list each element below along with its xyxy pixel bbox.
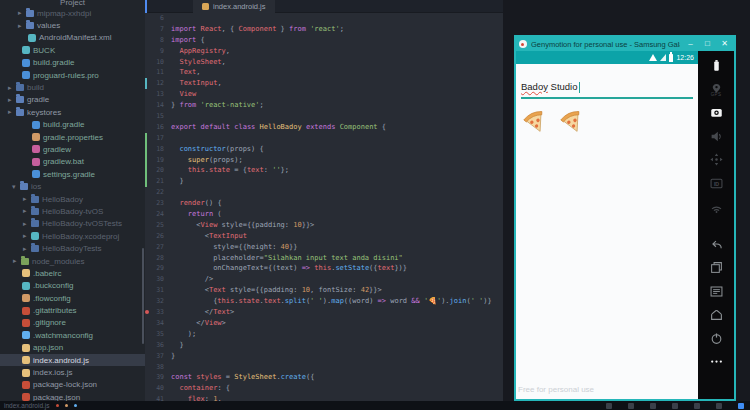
code-line-12[interactable]: 12 TextInput, [145, 78, 503, 89]
code-line-20[interactable]: 20 this.state = {text: ''}; [145, 165, 503, 176]
tree-item-proguard-rules-pro[interactable]: proguard-rules.pro [0, 69, 145, 81]
code-line-33[interactable]: 33 </Text> [145, 307, 503, 318]
tree-item-gitattributes[interactable]: .gitattributes [0, 304, 145, 316]
menu-icon[interactable] [709, 284, 724, 299]
id-icon[interactable]: ID [709, 176, 724, 191]
code-line-38[interactable]: 38 [145, 362, 503, 373]
code-line-25[interactable]: 25 <View style={{padding: 10}}> [145, 220, 503, 231]
code-line-17[interactable]: 17 [145, 133, 503, 144]
tree-item-node-modules[interactable]: ▸node_modules [0, 255, 145, 267]
code-line-19[interactable]: 19 super(props); [145, 155, 503, 166]
code-line-28[interactable]: 28 placeholder="Silahkan input text anda… [145, 253, 503, 264]
code-line-32[interactable]: 32 {this.state.text.split(' ').map((word… [145, 296, 503, 307]
code-line-37[interactable]: 37} [145, 351, 503, 362]
code-line-9[interactable]: 9 AppRegistry, [145, 46, 503, 57]
chevron-right-icon[interactable]: ▸ [13, 255, 21, 267]
taskbar-app-icon-4[interactable] [672, 403, 678, 409]
text-input[interactable]: Badoy Studio [521, 76, 693, 99]
home-icon[interactable] [709, 307, 724, 322]
tree-item-mipmap-xxhdpi[interactable]: ▸mipmap-xxhdpi [0, 7, 145, 19]
code-line-29[interactable]: 29 onChangeText={(text) => this.setState… [145, 263, 503, 274]
taskbar-app-icon-6[interactable] [716, 403, 722, 409]
network-icon[interactable] [709, 199, 724, 214]
tree-item-package-lock-json[interactable]: package-lock.json [0, 379, 145, 391]
code-line-21[interactable]: 21 } [145, 176, 503, 187]
code-line-10[interactable]: 10 StyleSheet, [145, 57, 503, 68]
tree-item-androidmanifest-xml[interactable]: AndroidManifest.xml [0, 32, 145, 44]
chevron-right-icon[interactable]: ▸ [23, 230, 31, 242]
chevron-right-icon[interactable]: ▸ [8, 94, 16, 106]
taskbar-app-icon-7[interactable] [738, 403, 744, 409]
chevron-right-icon[interactable]: ▸ [23, 205, 31, 217]
code-line-34[interactable]: 34 </View> [145, 318, 503, 329]
code-area[interactable]: 67import React, { Component } from 'reac… [145, 13, 503, 401]
taskbar-app-icon-5[interactable] [694, 403, 700, 409]
code-line-6[interactable]: 6 [145, 13, 503, 24]
recents-icon[interactable] [709, 260, 724, 275]
tree-item-index-android-js[interactable]: index.android.js [0, 354, 145, 366]
tree-item-settings-gradle[interactable]: settings.gradle [0, 168, 145, 180]
tree-item-app-json[interactable]: app.json [0, 342, 145, 354]
code-line-41[interactable]: 41 flex: 1, [145, 394, 503, 401]
tree-scrollbar[interactable] [142, 248, 144, 344]
taskbar-app-icon-1[interactable] [606, 403, 612, 409]
battery-icon[interactable] [709, 58, 724, 73]
chevron-right-icon[interactable]: ▸ [23, 193, 31, 205]
tree-item-build[interactable]: ▸build [0, 81, 145, 93]
tree-item-flowconfig[interactable]: .flowconfig [0, 292, 145, 304]
tree-item-hellobadoy-tvos[interactable]: ▸HelloBadoy-tvOS [0, 205, 145, 217]
tree-item-keystores[interactable]: ▸keystores [0, 106, 145, 118]
tree-item-hellobadoy-xcodeproj[interactable]: ▸HelloBadoy.xcodeproj [0, 230, 145, 242]
code-line-15[interactable]: 15 [145, 111, 503, 122]
chevron-right-icon[interactable]: ▸ [8, 82, 16, 94]
tree-item-gradlew[interactable]: gradlew [0, 143, 145, 155]
power-icon[interactable] [709, 331, 724, 346]
more-icon[interactable] [709, 354, 724, 369]
chevron-right-icon[interactable]: ▸ [23, 218, 31, 230]
code-line-30[interactable]: 30 /> [145, 274, 503, 285]
tree-item-package-json[interactable]: package.json [0, 391, 145, 401]
code-line-8[interactable]: 8import { [145, 35, 503, 46]
code-line-23[interactable]: 23 render() { [145, 198, 503, 209]
maximize-button[interactable]: □ [701, 37, 714, 51]
taskbar-app-icon-3[interactable] [650, 403, 656, 409]
volume-icon[interactable] [709, 129, 724, 144]
tree-item-build-gradle[interactable]: build.gradle [0, 57, 145, 69]
code-line-7[interactable]: 7import React, { Component } from 'react… [145, 24, 503, 35]
code-line-26[interactable]: 26 <TextInput [145, 231, 503, 242]
chevron-right-icon[interactable]: ▸ [18, 7, 26, 19]
code-line-24[interactable]: 24 return ( [145, 209, 503, 220]
tree-item-gitignore[interactable]: .gitignore [0, 317, 145, 329]
tree-item-watchmanconfig[interactable]: .watchmanconfig [0, 329, 145, 341]
tree-item-hellobadoy[interactable]: ▸HelloBadoy [0, 193, 145, 205]
chevron-right-icon[interactable]: ▸ [8, 106, 16, 118]
back-icon[interactable] [709, 237, 724, 252]
tree-item-values[interactable]: ▸values [0, 19, 145, 31]
minimize-button[interactable]: – [684, 37, 697, 51]
code-line-14[interactable]: 14} from 'react-native'; [145, 100, 503, 111]
tree-item-build-gradle[interactable]: build.gradle [0, 119, 145, 131]
chevron-down-icon[interactable]: ▾ [12, 181, 20, 193]
code-line-39[interactable]: 39const styles = StyleSheet.create({ [145, 372, 503, 383]
camera-icon[interactable] [709, 105, 724, 120]
code-line-40[interactable]: 40 container: { [145, 383, 503, 394]
tree-item-index-ios-js[interactable]: index.ios.js [0, 366, 145, 378]
tab-index-android-js[interactable]: index.android.js [193, 0, 275, 13]
gps-icon[interactable]: GPS [709, 82, 724, 97]
chevron-right-icon[interactable]: ▸ [18, 20, 26, 32]
code-line-18[interactable]: 18 constructor(props) { [145, 144, 503, 155]
tree-item-hellobadoy-tvostests[interactable]: ▸HelloBadoy-tvOSTests [0, 218, 145, 230]
chevron-right-icon[interactable]: ▸ [23, 243, 31, 255]
code-line-36[interactable]: 36 } [145, 340, 503, 351]
tree-item-gradle[interactable]: ▸gradle [0, 94, 145, 106]
code-line-35[interactable]: 35 ); [145, 329, 503, 340]
code-line-11[interactable]: 11 Text, [145, 67, 503, 78]
tree-item-buckconfig[interactable]: .buckconfig [0, 280, 145, 292]
code-line-13[interactable]: 13 View [145, 89, 503, 100]
code-line-27[interactable]: 27 style={{height: 40}} [145, 242, 503, 253]
genymotion-titlebar[interactable]: Genymotion for personal use - Samsung Ga… [516, 37, 734, 51]
tree-item-gradle-properties[interactable]: gradle.properties [0, 131, 145, 143]
tree-item-babelrc[interactable]: .babelrc [0, 267, 145, 279]
code-line-16[interactable]: 16export default class HelloBadoy extend… [145, 122, 503, 133]
move-icon[interactable] [709, 152, 724, 167]
